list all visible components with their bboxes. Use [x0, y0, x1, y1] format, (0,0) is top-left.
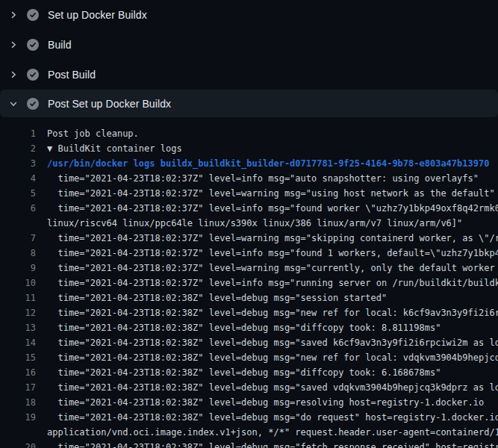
line-text: application/vnd.oci.image.index.v1+json,…	[47, 425, 498, 440]
line-number: 2	[0, 141, 36, 156]
log-area: 1Post job cleanup.2▼ BuildKit container …	[0, 117, 498, 448]
line-text: time="2021-04-23T18:02:37Z" level=info m…	[47, 246, 498, 261]
line-text: time="2021-04-23T18:02:38Z" level=debug …	[47, 395, 484, 410]
log-line: 17 time="2021-04-23T18:02:38Z" level=deb…	[0, 380, 498, 395]
line-number	[0, 216, 36, 231]
log-line: 7 time="2021-04-23T18:02:37Z" level=warn…	[0, 231, 498, 246]
step-build[interactable]: Build	[0, 30, 498, 60]
log-line: 19 time="2021-04-23T18:02:38Z" level=deb…	[0, 410, 498, 425]
line-text: ▼ BuildKit container logs	[47, 141, 182, 156]
line-number: 16	[0, 365, 36, 380]
line-text: time="2021-04-23T18:02:38Z" level=debug …	[47, 365, 441, 380]
check-circle-icon	[27, 9, 39, 21]
check-circle-icon	[27, 98, 39, 110]
line-number: 17	[0, 380, 36, 395]
log-line: 11 time="2021-04-23T18:02:38Z" level=deb…	[0, 290, 498, 305]
line-text: linux/riscv64 linux/ppc64le linux/s390x …	[47, 216, 462, 231]
line-number: 12	[0, 305, 36, 320]
line-text: time="2021-04-23T18:02:38Z" level=debug …	[47, 350, 498, 365]
line-number: 4	[0, 171, 36, 186]
line-number: 20	[0, 440, 36, 448]
line-text: time="2021-04-23T18:02:38Z" level=debug …	[47, 290, 387, 305]
line-number: 11	[0, 290, 36, 305]
line-number: 10	[0, 276, 36, 290]
log-line: 13 time="2021-04-23T18:02:38Z" level=deb…	[0, 320, 498, 335]
chevron-right-icon	[8, 40, 19, 50]
step-post-build[interactable]: Post Build	[0, 60, 498, 90]
step-label: Post Set up Docker Buildx	[48, 98, 171, 110]
log-line: 4 time="2021-04-23T18:02:37Z" level=info…	[0, 171, 498, 186]
line-number	[0, 425, 36, 440]
line-text: time="2021-04-23T18:02:38Z" level=debug …	[47, 305, 498, 320]
line-text: time="2021-04-23T18:02:38Z" level=debug …	[47, 320, 441, 335]
chevron-right-icon	[8, 69, 19, 80]
chevron-down-icon	[8, 99, 19, 109]
line-text: time="2021-04-23T18:02:38Z" level=debug …	[47, 440, 498, 448]
line-text: time="2021-04-23T18:02:37Z" level=warnin…	[47, 231, 498, 246]
line-text: /usr/bin/docker logs buildx_buildkit_bui…	[47, 156, 489, 171]
line-number: 18	[0, 395, 36, 410]
line-number: 14	[0, 335, 36, 350]
line-number: 7	[0, 231, 36, 246]
line-text: time="2021-04-23T18:02:38Z" level=debug …	[47, 410, 498, 425]
log-line: 5 time="2021-04-23T18:02:37Z" level=warn…	[0, 186, 498, 201]
line-number: 19	[0, 410, 36, 425]
line-number: 8	[0, 246, 36, 261]
line-text: time="2021-04-23T18:02:37Z" level=warnin…	[47, 261, 498, 276]
log-line: 16 time="2021-04-23T18:02:38Z" level=deb…	[0, 365, 498, 380]
log-line-command: 3/usr/bin/docker logs buildx_buildkit_bu…	[0, 156, 498, 171]
check-circle-icon	[27, 69, 39, 81]
log-line: 15 time="2021-04-23T18:02:38Z" level=deb…	[0, 350, 498, 365]
line-text: time="2021-04-23T18:02:37Z" level=info m…	[47, 171, 479, 186]
log-line: 10 time="2021-04-23T18:02:37Z" level=inf…	[0, 276, 498, 290]
check-circle-icon	[27, 39, 39, 51]
line-number: 9	[0, 261, 36, 276]
log-line: 12 time="2021-04-23T18:02:38Z" level=deb…	[0, 305, 498, 320]
line-text: Post job cleanup.	[47, 126, 139, 141]
log-line-wrap: application/vnd.oci.image.index.v1+json,…	[0, 425, 498, 440]
line-text: time="2021-04-23T18:02:37Z" level=info m…	[47, 276, 498, 290]
step-label: Post Build	[48, 69, 96, 81]
step-label: Set up Docker Buildx	[48, 9, 147, 21]
log-line: 6 time="2021-04-23T18:02:37Z" level=info…	[0, 201, 498, 216]
log-line: 1Post job cleanup.	[0, 126, 498, 141]
line-text: time="2021-04-23T18:02:38Z" level=debug …	[47, 335, 498, 350]
log-line-group-toggle[interactable]: 2▼ BuildKit container logs	[0, 141, 498, 156]
log-line: 18 time="2021-04-23T18:02:38Z" level=deb…	[0, 395, 498, 410]
line-text: time="2021-04-23T18:02:37Z" level=warnin…	[47, 186, 495, 201]
line-text: time="2021-04-23T18:02:38Z" level=debug …	[47, 380, 498, 395]
log-line: 20 time="2021-04-23T18:02:38Z" level=deb…	[0, 440, 498, 448]
step-label: Build	[48, 39, 72, 51]
log-line: 8 time="2021-04-23T18:02:37Z" level=info…	[0, 246, 498, 261]
step-set-up-docker-buildx[interactable]: Set up Docker Buildx	[0, 0, 498, 30]
line-number: 5	[0, 186, 36, 201]
line-number: 3	[0, 156, 36, 171]
chevron-right-icon	[8, 10, 19, 20]
line-number: 13	[0, 320, 36, 335]
log-line-wrap: linux/riscv64 linux/ppc64le linux/s390x …	[0, 216, 498, 231]
line-number: 6	[0, 201, 36, 216]
line-number: 1	[0, 126, 36, 141]
line-number: 15	[0, 350, 36, 365]
log-line: 14 time="2021-04-23T18:02:38Z" level=deb…	[0, 335, 498, 350]
step-post-set-up-docker-buildx[interactable]: Post Set up Docker Buildx	[0, 90, 498, 117]
step-list: Set up Docker Buildx Build Post Build Po…	[0, 0, 498, 117]
log-line: 9 time="2021-04-23T18:02:37Z" level=warn…	[0, 261, 498, 276]
line-text: time="2021-04-23T18:02:37Z" level=info m…	[47, 201, 498, 216]
